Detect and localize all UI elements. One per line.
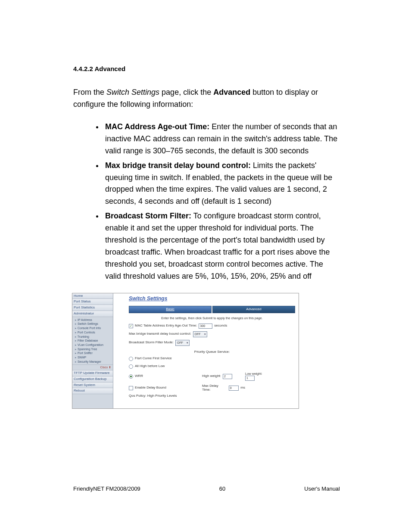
broadcast-storm-select[interactable]: OFF (175, 340, 190, 346)
bullet-list: MAC Address Age-out Time: Enter the numb… (73, 121, 340, 283)
sidebar-item-home[interactable]: Home (72, 293, 113, 299)
bridge-delay-row: Max bridge transmit delay bound control:… (129, 331, 295, 337)
bullet-label: MAC Address Age-out Time: (105, 122, 209, 131)
sidebar-item-port-status[interactable]: Port Status (72, 299, 113, 305)
pq-option-fcfs: Fisrt Come First Service (129, 357, 202, 361)
sidebar-sub-ip-address[interactable]: IP Address (75, 318, 113, 322)
footer-center: 60 (219, 485, 225, 493)
bridge-delay-select[interactable]: OFF (193, 331, 207, 337)
intro-switch-settings: Switch Settings (106, 88, 159, 96)
pq-option-wrr: WRR (129, 374, 202, 379)
sidebar-item-reset-system[interactable]: Reset System (72, 383, 113, 389)
low-weight-label: Low weight: (245, 372, 262, 376)
max-delay-label: Max Delay Time: (202, 384, 227, 392)
delay-bound-label: Enable Delay Bound (135, 386, 166, 390)
high-weight-label: High weight: (202, 374, 221, 378)
pq-option-high-before-low: All High before Low (129, 364, 202, 369)
sidebar-sub-console-port-info[interactable]: Console Port Info (75, 326, 113, 330)
high-weight-cell: High weight: 2 (202, 374, 245, 379)
broadcast-storm-label: Broadcast Storm Filter Mode: (129, 341, 174, 345)
high-weight-input[interactable]: 2 (223, 374, 232, 379)
mac-ageout-unit: seconds (214, 324, 227, 328)
low-weight-cell: Low weight: 1 (245, 372, 295, 381)
footer-right: User's Manual (304, 485, 340, 493)
max-delay-cell: Max Delay Time: 0 ms (202, 384, 245, 392)
priority-queue-title: Priority Queue Service: (129, 350, 295, 354)
bridge-delay-label: Max bridge transmit delay bound control: (129, 332, 191, 336)
mac-ageout-checkbox[interactable]: ✓ (129, 324, 133, 328)
bullet-item: Max bridge transit delay bound control: … (103, 160, 340, 208)
sidebar-admin-sublist: IP Address Switch Settings Console Port … (72, 317, 113, 365)
bullet-label: Broadcast Storm Filter: (105, 212, 191, 220)
section-heading: 4.4.2.2 Advanced (73, 64, 340, 74)
sidebar-sub-vlan-configuration[interactable]: VLan Configuration (75, 343, 113, 347)
sidebar-sub-port-sniffer[interactable]: Port Sniffer (75, 351, 113, 355)
sidebar-sub-spanning-tree[interactable]: Spanning Tree (75, 347, 113, 352)
page-footer: FriendlyNET FM2008/2009 60 User's Manual (73, 485, 340, 493)
footer-left: FriendlyNET FM2008/2009 (73, 485, 140, 493)
bullet-item: MAC Address Age-out Time: Enter the numb… (103, 121, 340, 157)
intro-t3: page, click the (159, 88, 213, 96)
sidebar-cisco-link[interactable]: Cisco ⬆ (72, 365, 113, 370)
main-panel: Switch Settings Basic Advanced Enter the… (113, 293, 299, 408)
pq-option-delay-bound: Enable Delay Bound (129, 386, 202, 390)
sidebar-spacer (72, 394, 113, 408)
sidebar-item-config-backup[interactable]: Configuration Backup (72, 376, 113, 383)
sidebar-sub-trunking[interactable]: Trunking (75, 335, 113, 339)
tab-row: Basic Advanced (129, 306, 295, 313)
intro-advanced: Advanced (213, 88, 250, 96)
switch-settings-screenshot: Home Port Status Port Statistics Adminis… (72, 293, 299, 409)
pq-radio-wrr[interactable] (129, 374, 133, 379)
tab-basic[interactable]: Basic (129, 306, 212, 313)
pq-label-high-before-low: All High before Low (135, 364, 165, 368)
qos-policy-label: Qos Policy: High Priority Levels (129, 394, 295, 398)
intro-paragraph: From the Switch Settings page, click the… (73, 87, 340, 111)
mac-ageout-row: ✓ MAC Table Address Entry Age-Out Time: … (129, 324, 295, 329)
sidebar-item-port-statistics[interactable]: Port Statistics (72, 305, 113, 311)
sidebar-sub-security-manager[interactable]: Security Manager (75, 360, 113, 364)
sidebar-item-tftp-update[interactable]: TFTP Update Firmware (72, 370, 113, 376)
bullet-text: To configure broadcast storm control, en… (105, 212, 330, 280)
priority-queue-grid: Fisrt Come First Service All High before… (129, 357, 295, 392)
pq-label-fcfs: Fisrt Come First Service (135, 357, 172, 361)
tab-advanced[interactable]: Advanced (212, 306, 295, 313)
pq-label-wrr: WRR (135, 374, 143, 378)
mac-ageout-input[interactable]: 300 (199, 324, 212, 329)
sidebar-item-reboot[interactable]: Reboot (72, 388, 113, 394)
broadcast-storm-row: Broadcast Storm Filter Mode: OFF (129, 340, 295, 346)
sidebar-sub-switch-settings[interactable]: Switch Settings (75, 322, 113, 326)
bullet-item: Broadcast Storm Filter: To configure bro… (103, 210, 340, 282)
max-delay-input[interactable]: 0 (229, 386, 239, 391)
sidebar-sub-port-controls[interactable]: Port Controls (75, 330, 113, 335)
sidebar-sub-filter-database[interactable]: Filter Database (75, 339, 113, 343)
pq-radio-high-before-low[interactable] (129, 364, 133, 369)
pq-radio-fcfs[interactable] (129, 357, 133, 361)
max-delay-unit: ms (240, 386, 245, 390)
intro-t1: From the (73, 88, 106, 96)
bullet-label: Max bridge transit delay bound control: (105, 161, 251, 170)
page-title: Switch Settings (129, 296, 295, 302)
mac-ageout-label: MAC Table Address Entry Age-Out Time: (135, 324, 197, 328)
instruction-text: Enter the settings, then click Submit to… (129, 317, 295, 320)
low-weight-input[interactable]: 1 (245, 376, 255, 381)
sidebar: Home Port Status Port Statistics Adminis… (72, 293, 113, 408)
delay-bound-checkbox[interactable] (129, 386, 133, 390)
sidebar-item-administrator[interactable]: Administrator (72, 311, 113, 317)
sidebar-sub-snmp[interactable]: SNMP (75, 355, 113, 360)
